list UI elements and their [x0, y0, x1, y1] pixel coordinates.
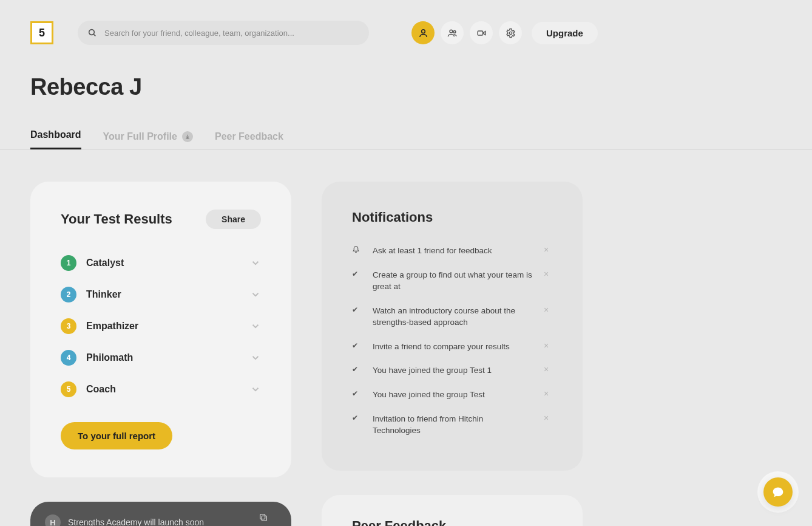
svg-rect-8	[260, 514, 265, 519]
notifications-title: Notifications	[352, 210, 552, 225]
notification-text[interactable]: You have joined the group Test 1	[373, 364, 533, 377]
search-input[interactable]	[104, 29, 359, 38]
rank-badge: 3	[61, 318, 76, 334]
svg-line-1	[93, 34, 95, 36]
notification-text[interactable]: Create a group to find out what your tea…	[373, 269, 533, 293]
user-icon	[418, 28, 428, 38]
chat-fab[interactable]	[763, 477, 793, 507]
chevron-down-icon	[250, 289, 261, 300]
profile-tabs: Dashboard Your Full Profile Peer Feedbac…	[0, 100, 812, 150]
close-icon[interactable]: ×	[544, 413, 552, 423]
notification-row: ✔You have joined the group Test×	[352, 383, 552, 407]
chat-icon	[772, 486, 784, 498]
chevron-down-icon	[250, 321, 261, 332]
close-icon[interactable]: ×	[544, 305, 552, 315]
chevron-down-icon	[250, 258, 261, 268]
check-icon: ✔	[352, 413, 362, 422]
nav-settings-button[interactable]	[499, 21, 522, 44]
notification-text[interactable]: Ask at least 1 friend for feedback	[373, 245, 533, 257]
svg-point-3	[450, 30, 453, 33]
copy-icon	[259, 513, 268, 522]
full-report-button[interactable]: To your full report	[61, 422, 172, 449]
notifications-card: Notifications Ask at least 1 friend for …	[322, 182, 583, 471]
notification-row: ✔Create a group to find out what your te…	[352, 263, 552, 299]
check-icon: ✔	[352, 364, 362, 374]
check-icon: ✔	[352, 341, 362, 350]
notification-row: ✔Invite a friend to compare your results…	[352, 335, 552, 359]
rank-badge: 5	[61, 381, 76, 397]
download-icon	[182, 131, 193, 142]
svg-rect-7	[262, 516, 267, 521]
tab-label: Peer Feedback	[215, 131, 283, 142]
test-result-row[interactable]: 2Thinker	[61, 279, 261, 310]
brand-logo-text: 5	[39, 27, 45, 39]
nav-groups-button[interactable]	[441, 21, 464, 44]
notification-text[interactable]: You have joined the group Test	[373, 389, 533, 401]
notification-row: Ask at least 1 friend for feedback×	[352, 239, 552, 263]
search-field[interactable]	[78, 21, 369, 45]
tab-full-profile[interactable]: Your Full Profile	[103, 131, 193, 149]
tab-peer-feedback[interactable]: Peer Feedback	[215, 131, 283, 149]
test-results-card: Your Test Results Share 1Catalyst2Thinke…	[30, 182, 291, 477]
gear-icon	[506, 28, 516, 38]
chevron-down-icon	[250, 384, 261, 395]
nav-profile-button[interactable]	[411, 21, 435, 44]
test-result-row[interactable]: 5Coach	[61, 374, 261, 405]
notification-row: ✔Invitation to friend from Hitchin Techn…	[352, 407, 552, 443]
svg-point-4	[453, 30, 456, 33]
check-icon: ✔	[352, 305, 362, 314]
users-icon	[447, 28, 458, 38]
svg-point-2	[421, 29, 425, 33]
rank-badge: 2	[61, 287, 76, 302]
tab-dashboard[interactable]: Dashboard	[30, 129, 81, 149]
tab-label: Your Full Profile	[103, 131, 177, 142]
nav-video-button[interactable]	[470, 21, 493, 44]
close-icon[interactable]: ×	[544, 245, 552, 254]
tab-label: Dashboard	[30, 129, 81, 140]
svg-point-0	[89, 30, 95, 35]
check-icon: ✔	[352, 269, 362, 278]
copy-link-button[interactable]: Copy link	[251, 513, 277, 526]
result-label: Coach	[86, 384, 240, 395]
svg-point-6	[509, 32, 512, 34]
notification-row: ✔Watch an introductory course about the …	[352, 299, 552, 335]
test-result-row[interactable]: 4Philomath	[61, 342, 261, 374]
bell-icon	[352, 245, 362, 253]
result-label: Catalyst	[86, 258, 240, 268]
test-result-row[interactable]: 3Empathizer	[61, 310, 261, 342]
test-result-row[interactable]: 1Catalyst	[61, 247, 261, 279]
share-button[interactable]: Share	[206, 210, 261, 229]
close-icon[interactable]: ×	[544, 364, 552, 374]
video-icon	[476, 28, 487, 38]
test-results-title: Your Test Results	[61, 211, 172, 227]
close-icon[interactable]: ×	[544, 269, 552, 279]
check-icon: ✔	[352, 389, 362, 398]
video-avatar: H	[45, 514, 61, 526]
brand-logo[interactable]: 5	[30, 21, 53, 44]
upgrade-button[interactable]: Upgrade	[532, 22, 598, 44]
notification-text[interactable]: Invitation to friend from Hitchin Techno…	[373, 413, 533, 437]
video-card[interactable]: H Strengths Academy will launch soon Cop…	[30, 502, 291, 526]
notification-text[interactable]: Invite a friend to compare your results	[373, 341, 533, 353]
result-label: Philomath	[86, 352, 240, 363]
rank-badge: 1	[61, 255, 76, 271]
chevron-down-icon	[250, 352, 261, 363]
notification-text[interactable]: Watch an introductory course about the s…	[373, 305, 533, 329]
rank-badge: 4	[61, 350, 76, 366]
full-report-label: To your full report	[78, 431, 155, 441]
result-label: Empathizer	[86, 321, 240, 332]
close-icon[interactable]: ×	[544, 389, 552, 398]
upgrade-label: Upgrade	[546, 28, 583, 38]
user-display-name: Rebecca J	[0, 45, 812, 100]
notification-row: ✔You have joined the group Test 1×	[352, 358, 552, 383]
peer-feedback-card: Peer Feedback Catalyst 54% Overuse	[322, 495, 583, 526]
result-label: Thinker	[86, 289, 240, 300]
peer-feedback-title: Peer Feedback	[352, 518, 552, 526]
close-icon[interactable]: ×	[544, 341, 552, 350]
search-icon	[87, 28, 97, 38]
share-label: Share	[222, 214, 245, 224]
